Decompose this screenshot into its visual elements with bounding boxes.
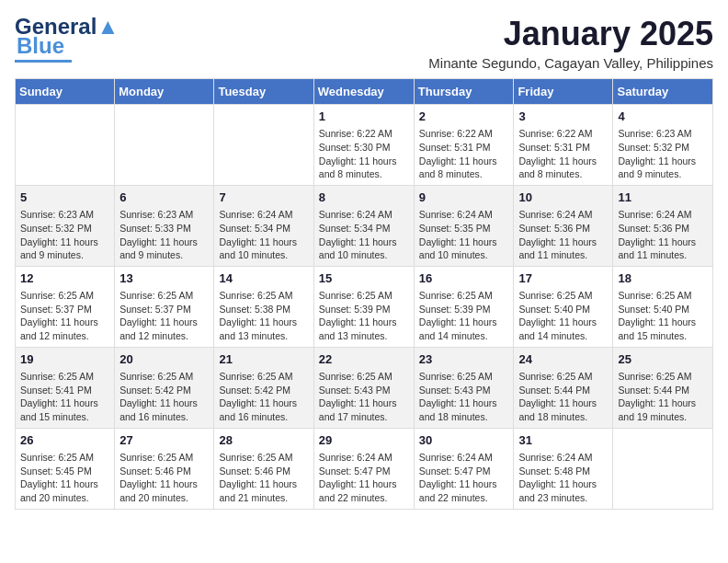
day-info: Sunrise: 6:25 AM Sunset: 5:45 PM Dayligh… xyxy=(20,451,109,505)
day-number: 7 xyxy=(219,190,308,206)
day-info: Sunrise: 6:24 AM Sunset: 5:36 PM Dayligh… xyxy=(618,208,708,262)
logo-underline xyxy=(15,60,72,63)
day-info: Sunrise: 6:25 AM Sunset: 5:41 PM Dayligh… xyxy=(20,370,109,424)
calendar-cell: 14Sunrise: 6:25 AM Sunset: 5:38 PM Dayli… xyxy=(214,266,313,347)
calendar-cell: 22Sunrise: 6:25 AM Sunset: 5:43 PM Dayli… xyxy=(313,347,414,428)
calendar-cell: 18Sunrise: 6:25 AM Sunset: 5:40 PM Dayli… xyxy=(613,266,713,347)
day-number: 31 xyxy=(518,432,608,449)
day-number: 17 xyxy=(518,270,608,287)
day-info: Sunrise: 6:22 AM Sunset: 5:31 PM Dayligh… xyxy=(419,127,509,181)
day-info: Sunrise: 6:24 AM Sunset: 5:36 PM Dayligh… xyxy=(518,208,608,262)
calendar-cell: 5Sunrise: 6:23 AM Sunset: 5:32 PM Daylig… xyxy=(16,185,115,266)
calendar-cell: 1Sunrise: 6:22 AM Sunset: 5:30 PM Daylig… xyxy=(313,105,414,186)
day-info: Sunrise: 6:22 AM Sunset: 5:31 PM Dayligh… xyxy=(518,127,608,181)
calendar-week-row: 1Sunrise: 6:22 AM Sunset: 5:30 PM Daylig… xyxy=(16,105,713,186)
calendar-table: SundayMondayTuesdayWednesdayThursdayFrid… xyxy=(15,78,713,510)
day-number: 20 xyxy=(119,351,209,368)
day-info: Sunrise: 6:25 AM Sunset: 5:42 PM Dayligh… xyxy=(119,370,209,424)
calendar-header-row: SundayMondayTuesdayWednesdayThursdayFrid… xyxy=(16,79,713,105)
day-info: Sunrise: 6:25 AM Sunset: 5:42 PM Dayligh… xyxy=(219,370,308,424)
calendar-cell: 30Sunrise: 6:24 AM Sunset: 5:47 PM Dayli… xyxy=(414,428,514,509)
location-title: Minante Segundo, Cagayan Valley, Philipp… xyxy=(428,55,713,71)
day-info: Sunrise: 6:25 AM Sunset: 5:39 PM Dayligh… xyxy=(419,289,509,343)
day-of-week-header: Wednesday xyxy=(313,79,414,105)
day-info: Sunrise: 6:24 AM Sunset: 5:47 PM Dayligh… xyxy=(319,451,409,505)
calendar-cell: 21Sunrise: 6:25 AM Sunset: 5:42 PM Dayli… xyxy=(214,347,313,428)
calendar-cell: 25Sunrise: 6:25 AM Sunset: 5:44 PM Dayli… xyxy=(613,347,713,428)
day-info: Sunrise: 6:25 AM Sunset: 5:40 PM Dayligh… xyxy=(518,289,608,343)
day-number: 25 xyxy=(618,351,708,368)
calendar-cell xyxy=(16,105,115,186)
day-info: Sunrise: 6:24 AM Sunset: 5:34 PM Dayligh… xyxy=(219,208,308,262)
calendar-week-row: 5Sunrise: 6:23 AM Sunset: 5:32 PM Daylig… xyxy=(16,185,713,266)
day-info: Sunrise: 6:25 AM Sunset: 5:39 PM Dayligh… xyxy=(319,289,409,343)
day-number: 30 xyxy=(419,432,509,449)
calendar-cell: 27Sunrise: 6:25 AM Sunset: 5:46 PM Dayli… xyxy=(115,428,214,509)
day-number: 10 xyxy=(518,190,608,206)
calendar-cell: 12Sunrise: 6:25 AM Sunset: 5:37 PM Dayli… xyxy=(16,266,115,347)
day-info: Sunrise: 6:25 AM Sunset: 5:46 PM Dayligh… xyxy=(219,451,308,505)
day-info: Sunrise: 6:23 AM Sunset: 5:33 PM Dayligh… xyxy=(119,208,209,262)
calendar-week-row: 26Sunrise: 6:25 AM Sunset: 5:45 PM Dayli… xyxy=(16,428,713,509)
day-number: 26 xyxy=(20,432,109,449)
page-header: General▲ Blue January 2025 Minante Segun… xyxy=(15,15,713,71)
day-info: Sunrise: 6:22 AM Sunset: 5:30 PM Dayligh… xyxy=(319,127,409,181)
calendar-cell xyxy=(115,105,214,186)
calendar-cell: 6Sunrise: 6:23 AM Sunset: 5:33 PM Daylig… xyxy=(115,185,214,266)
calendar-cell: 9Sunrise: 6:24 AM Sunset: 5:35 PM Daylig… xyxy=(414,185,514,266)
calendar-cell: 17Sunrise: 6:25 AM Sunset: 5:40 PM Dayli… xyxy=(514,266,613,347)
day-number: 21 xyxy=(219,351,308,368)
day-number: 19 xyxy=(20,351,109,368)
calendar-cell: 19Sunrise: 6:25 AM Sunset: 5:41 PM Dayli… xyxy=(16,347,115,428)
calendar-week-row: 12Sunrise: 6:25 AM Sunset: 5:37 PM Dayli… xyxy=(16,266,713,347)
calendar-cell: 31Sunrise: 6:24 AM Sunset: 5:48 PM Dayli… xyxy=(514,428,613,509)
day-number: 2 xyxy=(419,109,509,125)
day-number: 9 xyxy=(419,190,509,206)
day-info: Sunrise: 6:25 AM Sunset: 5:38 PM Dayligh… xyxy=(219,289,308,343)
day-info: Sunrise: 6:24 AM Sunset: 5:47 PM Dayligh… xyxy=(419,451,509,505)
calendar-week-row: 19Sunrise: 6:25 AM Sunset: 5:41 PM Dayli… xyxy=(16,347,713,428)
day-number: 3 xyxy=(518,109,608,125)
month-title: January 2025 xyxy=(428,15,713,53)
day-number: 28 xyxy=(219,432,308,449)
calendar-cell xyxy=(613,428,713,509)
day-info: Sunrise: 6:25 AM Sunset: 5:44 PM Dayligh… xyxy=(518,370,608,424)
day-number: 27 xyxy=(119,432,209,449)
calendar-cell: 2Sunrise: 6:22 AM Sunset: 5:31 PM Daylig… xyxy=(414,105,514,186)
day-of-week-header: Tuesday xyxy=(214,79,313,105)
calendar-cell: 28Sunrise: 6:25 AM Sunset: 5:46 PM Dayli… xyxy=(214,428,313,509)
day-number: 8 xyxy=(319,190,409,206)
calendar-cell: 20Sunrise: 6:25 AM Sunset: 5:42 PM Dayli… xyxy=(115,347,214,428)
day-info: Sunrise: 6:25 AM Sunset: 5:46 PM Dayligh… xyxy=(119,451,209,505)
day-number: 23 xyxy=(419,351,509,368)
day-number: 18 xyxy=(618,270,708,287)
day-of-week-header: Friday xyxy=(514,79,613,105)
calendar-cell: 23Sunrise: 6:25 AM Sunset: 5:43 PM Dayli… xyxy=(414,347,514,428)
day-number: 22 xyxy=(319,351,409,368)
day-of-week-header: Thursday xyxy=(414,79,514,105)
day-info: Sunrise: 6:25 AM Sunset: 5:44 PM Dayligh… xyxy=(618,370,708,424)
day-info: Sunrise: 6:25 AM Sunset: 5:43 PM Dayligh… xyxy=(319,370,409,424)
calendar-cell: 4Sunrise: 6:23 AM Sunset: 5:32 PM Daylig… xyxy=(613,105,713,186)
day-number: 6 xyxy=(119,190,209,206)
calendar-cell: 29Sunrise: 6:24 AM Sunset: 5:47 PM Dayli… xyxy=(313,428,414,509)
day-info: Sunrise: 6:24 AM Sunset: 5:35 PM Dayligh… xyxy=(419,208,509,262)
day-number: 15 xyxy=(319,270,409,287)
calendar-cell: 8Sunrise: 6:24 AM Sunset: 5:34 PM Daylig… xyxy=(313,185,414,266)
day-number: 5 xyxy=(20,190,109,206)
day-number: 12 xyxy=(20,270,109,287)
day-info: Sunrise: 6:25 AM Sunset: 5:37 PM Dayligh… xyxy=(20,289,109,343)
calendar-cell: 24Sunrise: 6:25 AM Sunset: 5:44 PM Dayli… xyxy=(514,347,613,428)
day-info: Sunrise: 6:24 AM Sunset: 5:34 PM Dayligh… xyxy=(319,208,409,262)
day-number: 29 xyxy=(319,432,409,449)
calendar-cell: 10Sunrise: 6:24 AM Sunset: 5:36 PM Dayli… xyxy=(514,185,613,266)
day-number: 24 xyxy=(518,351,608,368)
day-info: Sunrise: 6:25 AM Sunset: 5:40 PM Dayligh… xyxy=(618,289,708,343)
day-number: 11 xyxy=(618,190,708,206)
day-number: 14 xyxy=(219,270,308,287)
calendar-cell: 26Sunrise: 6:25 AM Sunset: 5:45 PM Dayli… xyxy=(16,428,115,509)
calendar-cell xyxy=(214,105,313,186)
calendar-cell: 11Sunrise: 6:24 AM Sunset: 5:36 PM Dayli… xyxy=(613,185,713,266)
day-info: Sunrise: 6:25 AM Sunset: 5:37 PM Dayligh… xyxy=(119,289,209,343)
day-number: 1 xyxy=(319,109,409,125)
